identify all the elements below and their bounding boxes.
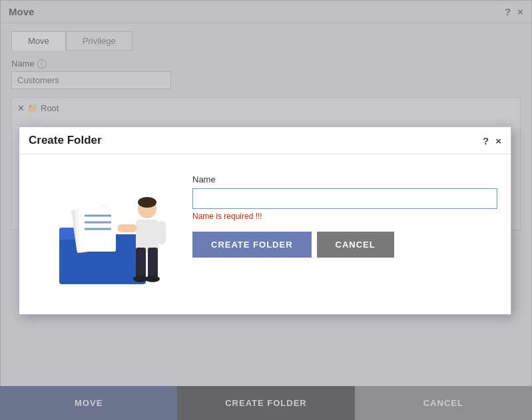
cf-dialog-title: Create Folder bbox=[29, 134, 102, 147]
svg-rect-11 bbox=[136, 248, 146, 278]
cf-error-message: Name is required !!! bbox=[192, 212, 497, 221]
cf-titlebar-controls: ? × bbox=[483, 136, 501, 146]
create-folder-dialog: Create Folder ? × bbox=[19, 126, 511, 315]
svg-point-16 bbox=[145, 276, 160, 282]
cf-buttons: CREATE FOLDER CANCEL bbox=[192, 232, 497, 258]
cf-body: Name Name is required !!! CREATE FOLDER … bbox=[19, 154, 511, 314]
svg-rect-12 bbox=[148, 248, 158, 278]
cf-create-button[interactable]: CREATE FOLDER bbox=[192, 232, 312, 258]
svg-rect-13 bbox=[118, 224, 136, 232]
cf-cancel-button[interactable]: CANCEL bbox=[317, 232, 394, 258]
cf-name-input[interactable] bbox=[192, 188, 497, 209]
svg-point-9 bbox=[138, 197, 156, 208]
cf-name-label: Name bbox=[192, 174, 497, 184]
svg-rect-14 bbox=[158, 221, 166, 244]
cf-help-button[interactable]: ? bbox=[483, 136, 489, 146]
folder-illustration bbox=[39, 174, 172, 294]
cf-close-button[interactable]: × bbox=[495, 136, 501, 146]
cf-illustration bbox=[33, 168, 179, 301]
cf-form: Name Name is required !!! CREATE FOLDER … bbox=[192, 168, 497, 258]
cf-titlebar: Create Folder ? × bbox=[19, 127, 511, 154]
